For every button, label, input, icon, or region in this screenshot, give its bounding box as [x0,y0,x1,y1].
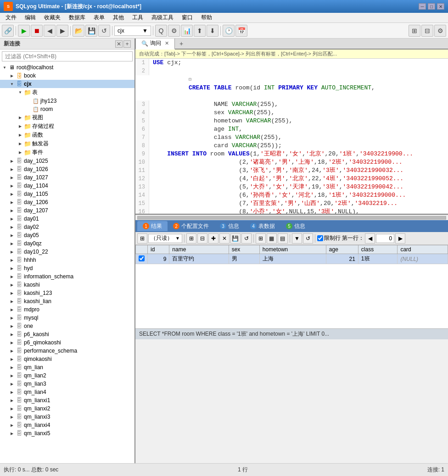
tree-events[interactable]: 📁 事件 [0,148,134,157]
tree-day_1026[interactable]: 🗄 day_1026 [0,165,134,173]
result-tab-2[interactable]: 2 个配置文件 [168,221,214,231]
tree-qm_lian2[interactable]: 🗄 qm_lian2 [0,371,134,380]
menu-database[interactable]: 数据库 [65,13,89,22]
menu-favorites[interactable]: 收藏夹 [40,13,64,22]
tree-qm_lian[interactable]: 🗄 qm_lian [0,363,134,371]
next-btn[interactable]: ▶ [56,25,68,37]
col-name[interactable]: name [169,245,229,254]
tree-procs[interactable]: 📁 存储过程 [0,122,134,131]
query-tab-add[interactable]: + [176,39,187,49]
tree-funcs[interactable]: 📁 函数 [0,131,134,139]
data-table-container[interactable]: id name sex hometown age class card 9 [135,245,448,328]
tree-qimokaoshi[interactable]: 🗄 qimokaoshi [0,355,134,363]
qm_lianxi4-expander[interactable] [8,421,16,429]
cjx-expander[interactable] [8,80,16,88]
tree-root[interactable]: 🖥 root@localhost [0,63,134,72]
new-connection-btn[interactable]: 🔗 [2,25,14,37]
result-prev-btn[interactable]: ◀ [365,233,375,244]
col-class[interactable]: class [358,245,398,254]
prev-btn[interactable]: ◀ [44,25,56,37]
result-tab-5[interactable]: 5 信息 [280,221,311,231]
result-next-btn[interactable]: ▶ [395,233,405,244]
result-tb-btn8[interactable]: ⊞ [256,233,266,244]
tree-performance_schema[interactable]: 🗄 performance_schema [0,347,134,355]
tree-information_schema[interactable]: 🗄 information_schema [0,272,134,281]
code-hscroll-thumb[interactable] [137,216,446,220]
row-checkbox[interactable] [136,254,148,264]
collapse-btn-2[interactable]: ⊟ [189,77,191,82]
mdpro-expander[interactable] [8,306,16,313]
tree-day_1207[interactable]: 🗄 day_1207 [0,206,134,215]
grid-btn[interactable]: ⊞ [409,25,420,37]
tree-day02[interactable]: 🗄 day02 [0,223,134,231]
day_1027-expander[interactable] [8,174,16,181]
refresh-btn[interactable]: ↺ [98,25,110,37]
tree-qm_lianxi1[interactable]: 🗄 qm_lianxi1 [0,396,134,404]
execute-btn[interactable]: ▶ [18,25,30,37]
day10_22-expander[interactable] [8,248,16,255]
tree-cjx[interactable]: 🗄 cjx [0,80,134,88]
col-sex[interactable]: sex [229,245,259,254]
tree-views[interactable]: 📁 视图 [0,113,134,122]
result-tb-btn7[interactable]: ↺ [241,233,252,244]
sidebar-add-btn[interactable]: + [123,40,131,48]
tree-day0qz[interactable]: 🗄 day0qz [0,239,134,248]
kaoshi_lian-expander[interactable] [8,298,16,305]
history-btn[interactable]: 🕐 [223,25,235,37]
result-tab-4[interactable]: 4 表数据 [245,221,280,231]
tree-qm_lianxi4[interactable]: 🗄 qm_lianxi4 [0,421,134,429]
col-card[interactable]: card [398,245,448,254]
scheduler-btn[interactable]: 📅 [235,25,247,37]
tree-mysql[interactable]: 🗄 mysql [0,314,134,322]
menu-edit[interactable]: 编辑 [21,13,39,22]
result-tb-btn3[interactable]: ⊟ [197,233,207,244]
tree-hyd[interactable]: 🗄 hyd [0,264,134,272]
tree-book[interactable]: 🗄 book [0,72,134,80]
qimokaoshi-expander[interactable] [8,355,16,363]
tree-triggers[interactable]: 📁 触发器 [0,139,134,148]
day0qz-expander[interactable] [8,240,16,247]
save-btn[interactable]: 💾 [85,25,97,37]
one-expander[interactable] [8,322,16,330]
menu-tools[interactable]: 工具 [129,13,147,22]
tree-room[interactable]: 📋 room [0,105,134,113]
export-btn[interactable]: ⬆ [194,25,206,37]
cell-class[interactable]: 1班 [358,254,398,264]
tree-jhy123[interactable]: 📋 jhy123 [0,97,134,105]
qm_lian4-expander[interactable] [8,388,16,396]
tree-day01[interactable]: 🗄 day01 [0,215,134,223]
code-editor[interactable]: 1 USE cjx; 2 ⊟ CREATE TABLE room(id INT … [135,59,448,215]
db-selector[interactable]: cjx ▼ [114,26,151,36]
result-tb-filter[interactable]: ▼ [292,233,302,244]
menu-other[interactable]: 其他 [109,13,128,22]
col-age[interactable]: age [326,245,358,254]
menu-advanced[interactable]: 高级工具 [148,13,177,22]
day_1026-expander[interactable] [8,166,16,173]
query-btn[interactable]: Q [155,25,167,37]
qm_lianxi3-expander[interactable] [8,413,16,421]
qm_lianxi1-expander[interactable] [8,397,16,404]
open-btn[interactable]: 📂 [73,25,84,37]
tree-kaoshi_123[interactable]: 🗄 kaoshi_123 [0,289,134,297]
views-expander[interactable] [17,114,24,122]
qm_lianxi5-expander[interactable] [8,430,16,437]
mysql-expander[interactable] [8,314,16,321]
grid2-btn[interactable]: ⊟ [421,25,433,37]
kaoshi_123-expander[interactable] [8,289,16,297]
result-tb-btn2[interactable]: ⊞ [186,233,196,244]
cell-name[interactable]: 百里守约 [169,254,229,264]
book-expander[interactable] [8,72,16,79]
result-tb-btn4[interactable]: ✚ [208,233,218,244]
tree-qm_lianxi3[interactable]: 🗄 qm_lianxi3 [0,413,134,421]
tree-p6_kaoshi[interactable]: 🗄 p6_kaoshi [0,330,134,338]
day_1104-expander[interactable] [8,182,16,189]
tree-tables[interactable]: 📁 表 [0,88,134,97]
tree-qm_lianxi5[interactable]: 🗄 qm_lianxi5 [0,429,134,437]
menu-window[interactable]: 窗口 [178,13,196,22]
filter-input[interactable] [2,51,133,61]
tree-qm_lian4[interactable]: 🗄 qm_lian4 [0,388,134,396]
sidebar-close-btn[interactable]: ✕ [115,40,123,48]
tables-expander[interactable] [17,89,24,96]
p6_qimokaoshi-expander[interactable] [8,339,16,346]
tree-hhhh[interactable]: 🗄 hhhh [0,256,134,264]
